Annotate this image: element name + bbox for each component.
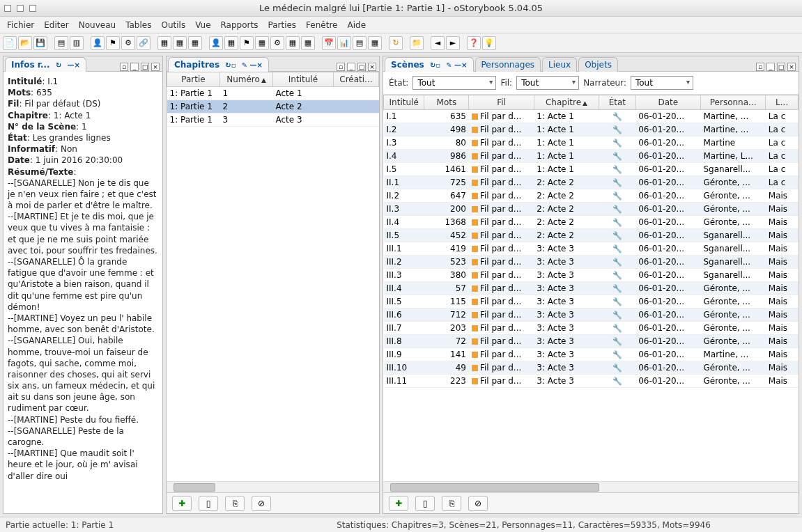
toolbar-grid1-icon[interactable]: ▦ xyxy=(157,36,171,50)
scenes-header-date[interactable]: Date xyxy=(635,95,700,110)
table-row[interactable]: II.1725Fil par d...2: Acte 206-01-20...G… xyxy=(384,176,799,189)
toolbar-forward-icon[interactable]: ► xyxy=(446,36,460,50)
toolbar-tag-icon[interactable]: 🔗 xyxy=(137,36,151,50)
table-row[interactable]: I.51461Fil par d...1: Acte 106-01-20...S… xyxy=(384,163,799,176)
menu-outils[interactable]: Outils xyxy=(161,20,185,30)
menu-fenêtre[interactable]: Fenêtre xyxy=(306,20,337,30)
chapters-header-partie[interactable]: Partie xyxy=(167,72,220,87)
table-row[interactable]: 1: Partie 12Acte 2 xyxy=(167,100,379,114)
filter-narrateur-combo[interactable]: Tout xyxy=(631,76,693,90)
toolbar-open-icon[interactable]: 📂 xyxy=(18,36,32,50)
chapters-header-intitule[interactable]: Intitulé xyxy=(273,72,334,87)
copy-button[interactable]: ⎘ xyxy=(442,496,461,511)
scenes-header-etat[interactable]: État xyxy=(599,95,636,110)
toolbar-folder-icon[interactable]: 📁 xyxy=(410,36,424,50)
toolbar-person2-icon[interactable]: 👤 xyxy=(209,36,223,50)
panel-max-icon[interactable]: □ xyxy=(777,63,785,71)
pin-icon[interactable]: ✎ —× xyxy=(446,61,467,69)
table-row[interactable]: II.3200Fil par d...2: Acte 206-01-20...G… xyxy=(384,203,799,216)
toolbar-help-icon[interactable]: ❓ xyxy=(467,36,481,50)
toolbar-item-icon[interactable]: ⚙ xyxy=(121,36,135,50)
tab-personnages[interactable]: Personnages xyxy=(475,57,541,72)
tab-chapters[interactable]: Chapitres ↻▫ ✎ —× xyxy=(168,57,269,72)
table-row[interactable]: III.2523Fil par d...3: Acte 306-01-20...… xyxy=(384,256,799,269)
copy-button[interactable]: ⎘ xyxy=(225,496,245,511)
table-row[interactable]: I.4986Fil par d...1: Acte 106-01-20...Ma… xyxy=(384,150,799,163)
delete-button[interactable]: ⊘ xyxy=(468,496,488,511)
table-row[interactable]: III.5115Fil par d...3: Acte 306-01-20...… xyxy=(384,295,799,308)
chapters-table[interactable]: Partie Numéro▲ Intitulé Créati... 1: Par… xyxy=(167,72,379,127)
toolbar-view1-icon[interactable]: ▤ xyxy=(54,36,68,50)
tab-info[interactable]: Infos r... ↻ —× xyxy=(5,57,86,72)
toolbar-item2-icon[interactable]: ⚙ xyxy=(270,36,284,50)
panel-max-icon[interactable]: □ xyxy=(357,63,366,71)
filter-etat-combo[interactable]: Tout xyxy=(412,76,496,90)
panel-close-icon[interactable]: × xyxy=(787,63,796,71)
scenes-scrollbar[interactable] xyxy=(383,481,799,492)
toolbar-view2-icon[interactable]: ▥ xyxy=(70,36,84,50)
panel-close-icon[interactable]: × xyxy=(368,63,376,71)
table-row[interactable]: III.6712Fil par d...3: Acte 306-01-20...… xyxy=(384,308,799,322)
panel-close-icon[interactable]: × xyxy=(151,63,160,71)
toolbar-person-icon[interactable]: 👤 xyxy=(91,36,105,50)
menu-parties[interactable]: Parties xyxy=(268,20,296,30)
table-row[interactable]: I.380Fil par d...1: Acte 106-01-20...Mar… xyxy=(384,136,799,150)
menu-nouveau[interactable]: Nouveau xyxy=(79,20,116,30)
table-row[interactable]: II.2647Fil par d...2: Acte 206-01-20...G… xyxy=(384,189,799,203)
panel-min-icon[interactable]: _ xyxy=(347,63,355,71)
table-row[interactable]: III.1419Fil par d...3: Acte 306-01-20...… xyxy=(384,242,799,256)
scenes-header-personnages[interactable]: Personna... xyxy=(700,95,765,110)
table-row[interactable]: III.9141Fil par d...3: Acte 306-01-20...… xyxy=(384,348,799,361)
menu-editer[interactable]: Editer xyxy=(44,20,69,30)
table-row[interactable]: 1: Partie 11Acte 1 xyxy=(167,87,379,100)
tab-lieux[interactable]: Lieux xyxy=(542,57,577,72)
panel-min-icon[interactable]: _ xyxy=(766,63,775,71)
refresh-icon[interactable]: ↻▫ xyxy=(430,61,440,69)
table-row[interactable]: III.872Fil par d...3: Acte 306-01-20...G… xyxy=(384,335,799,348)
panel-float-icon[interactable]: ▫ xyxy=(120,63,128,71)
table-row[interactable]: 1: Partie 13Acte 3 xyxy=(167,114,379,127)
menu-vue[interactable]: Vue xyxy=(195,20,210,30)
toolbar-grid5-icon[interactable]: ▦ xyxy=(255,36,269,50)
toolbar-grid6-icon[interactable]: ▦ xyxy=(286,36,300,50)
scenes-header-last[interactable]: L... xyxy=(766,95,799,110)
table-row[interactable]: III.3380Fil par d...3: Acte 306-01-20...… xyxy=(384,269,799,282)
toolbar-grid4-icon[interactable]: ▦ xyxy=(224,36,238,50)
toolbar-location2-icon[interactable]: ⚑ xyxy=(240,36,254,50)
table-row[interactable]: II.5452Fil par d...2: Acte 206-01-20...S… xyxy=(384,229,799,242)
toolbar-idea-icon[interactable]: 💡 xyxy=(482,36,496,50)
edit-button[interactable]: ▯ xyxy=(199,496,218,511)
chapters-scrollbar[interactable] xyxy=(167,481,379,492)
scenes-header-mots[interactable]: Mots xyxy=(424,95,469,110)
toolbar-save-icon[interactable]: 💾 xyxy=(33,36,47,50)
toolbar-grid7-icon[interactable]: ▦ xyxy=(301,36,315,50)
table-row[interactable]: III.457Fil par d...3: Acte 306-01-20...G… xyxy=(384,282,799,295)
panel-min-icon[interactable]: _ xyxy=(130,63,139,71)
toolbar-grid8-icon[interactable]: ▦ xyxy=(368,36,382,50)
panel-float-icon[interactable]: ▫ xyxy=(756,63,764,71)
tab-objets[interactable]: Objets xyxy=(578,57,618,72)
toolbar-tree-icon[interactable]: ▤ xyxy=(353,36,367,50)
menu-rapports[interactable]: Rapports xyxy=(221,20,259,30)
chapters-header-creation[interactable]: Créati... xyxy=(333,72,378,87)
panel-float-icon[interactable]: ▫ xyxy=(337,63,345,71)
toolbar-back-icon[interactable]: ◄ xyxy=(431,36,445,50)
table-row[interactable]: I.1635Fil par d...1: Acte 106-01-20...Ma… xyxy=(384,110,799,123)
scenes-table[interactable]: Intitulé Mots Fil Chapitre▲ État Date Pe… xyxy=(383,95,799,388)
refresh-icon[interactable]: ↻▫ xyxy=(225,61,236,69)
scenes-header-fil[interactable]: Fil xyxy=(469,95,534,110)
scenes-header-chapitre[interactable]: Chapitre▲ xyxy=(534,95,599,110)
toolbar-grid2-icon[interactable]: ▦ xyxy=(173,36,187,50)
table-row[interactable]: I.2498Fil par d...1: Acte 106-01-20...Ma… xyxy=(384,123,799,136)
menu-fichier[interactable]: Fichier xyxy=(7,20,34,30)
menu-tables[interactable]: Tables xyxy=(125,20,151,30)
pin-icon[interactable]: ✎ —× xyxy=(242,61,263,69)
scenes-header-intitule[interactable]: Intitulé xyxy=(384,95,424,110)
toolbar-calendar-icon[interactable]: 📅 xyxy=(322,36,336,50)
table-row[interactable]: III.7203Fil par d...3: Acte 306-01-20...… xyxy=(384,322,799,335)
table-row[interactable]: III.1049Fil par d...3: Acte 306-01-20...… xyxy=(384,361,799,375)
tab-scenes[interactable]: Scènes ↻▫ ✎ —× xyxy=(385,57,474,72)
filter-fil-combo[interactable]: Tout xyxy=(516,76,579,90)
edit-button[interactable]: ▯ xyxy=(415,496,435,511)
table-row[interactable]: III.11223Fil par d...3: Acte 306-01-20..… xyxy=(384,375,799,388)
